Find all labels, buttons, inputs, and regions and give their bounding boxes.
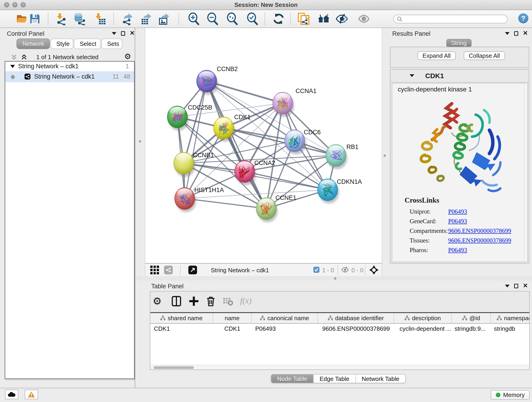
tab-node-table[interactable]: Node Table (271, 375, 314, 383)
table-row[interactable]: CDK1CDK1P064939606.ENSP00000378699cyclin… (150, 324, 529, 334)
column-header-database-identifier[interactable]: database identifier (318, 313, 394, 323)
network-canvas[interactable]: CCNB2CCNA1CDC25BCDK1CDC6RB1CCNB1CCNA2CDK… (145, 28, 382, 263)
export-table-icon[interactable] (140, 12, 152, 25)
crosslink-link[interactable]: 9606.ENSP00000378699 (448, 237, 511, 244)
hidden-eye-icon (341, 267, 349, 274)
crosslink-link[interactable]: 9606.ENSP00000378699 (448, 227, 511, 235)
table-cell[interactable]: 9606.ENSP00000378699 (318, 324, 394, 334)
table-cell[interactable]: cyclin-dependent ... (394, 324, 452, 334)
export-image-icon[interactable] (158, 12, 171, 25)
close-panel-icon[interactable]: ✕ (130, 31, 135, 35)
warning-button[interactable] (25, 390, 38, 399)
zoom-fit-icon[interactable] (226, 12, 239, 25)
crosslink-link[interactable]: P06493 (448, 247, 467, 254)
float-panel-icon[interactable] (514, 284, 518, 288)
delete-table-icon[interactable] (222, 295, 234, 307)
grid-view-icon[interactable] (150, 266, 159, 276)
help-button[interactable]: ? (518, 13, 528, 23)
network-collection-row[interactable]: String Network – cdk1 1 (5, 62, 134, 71)
tab-network-table[interactable]: Network Table (356, 375, 405, 383)
panel-menu-icon[interactable] (112, 32, 116, 35)
open-file-icon[interactable] (16, 12, 28, 25)
fit-selected-icon[interactable] (369, 265, 379, 276)
memory-button[interactable]: Memory (491, 390, 530, 400)
warning-icon (28, 391, 35, 398)
birds-eye-icon[interactable] (164, 266, 173, 274)
crosslink-link[interactable]: P06493 (448, 208, 467, 215)
zoom-in-icon[interactable] (187, 12, 200, 25)
titlebar: Session: New Session (0, 0, 532, 10)
column-header-name[interactable]: name (213, 313, 252, 323)
function-builder-icon[interactable]: f(x) (240, 295, 256, 307)
open-in-new-window-icon[interactable] (188, 266, 197, 274)
close-panel-icon[interactable]: ✕ (523, 283, 528, 288)
column-header--id[interactable]: @id (452, 313, 491, 323)
show-columns-icon[interactable] (171, 295, 182, 307)
network-row-selected[interactable]: String Network – cdk1 11 48 (5, 71, 134, 82)
tab-edge-table[interactable]: Edge Table (314, 375, 356, 383)
table-cell[interactable]: P06493 (252, 324, 318, 334)
tree-expand-icon[interactable] (10, 65, 15, 68)
column-header-canonical-name[interactable]: canonical name (252, 313, 318, 323)
crosslink-row: GeneCard:P06493 (410, 218, 437, 225)
gear-icon[interactable]: ⚙ (124, 52, 131, 61)
tab-style[interactable]: Style (51, 38, 73, 49)
right-splitter[interactable] (382, 28, 387, 276)
import-table-icon[interactable] (94, 12, 106, 25)
float-panel-icon[interactable] (121, 31, 125, 36)
nodes-selected-checkbox[interactable] (313, 267, 319, 273)
float-panel-icon[interactable] (514, 31, 518, 36)
tab-sets[interactable]: Sets (101, 38, 122, 49)
close-panel-icon[interactable]: ✕ (523, 31, 528, 35)
network-tree: String Network – cdk1 1 String Network –… (5, 61, 135, 379)
expand-all-button[interactable]: Expand All (418, 51, 456, 60)
network-view-toolbar: String Network – cdk1 1 - 0 0 - 0 (145, 263, 382, 276)
gene-section-header[interactable]: CDK1 (390, 70, 529, 83)
zoom-selected-icon[interactable] (246, 12, 259, 25)
add-column-icon[interactable] (188, 295, 200, 307)
table-cell[interactable]: stringdb (491, 324, 529, 334)
results-scrollbar[interactable] (524, 83, 527, 262)
table-horizontal-scrollbar[interactable] (150, 365, 529, 370)
crosslink-link[interactable]: P06493 (448, 218, 467, 225)
show-eye-icon-disabled[interactable] (357, 12, 370, 25)
svg-text:HIST1H1A: HIST1H1A (194, 186, 224, 193)
network-selection-summary: 1 of 1 Network selected (0, 54, 135, 61)
cloud-status-button[interactable] (5, 390, 18, 399)
export-network-icon[interactable] (121, 12, 134, 25)
import-network-icon[interactable] (55, 12, 68, 25)
import-network-from-database-icon[interactable] (73, 12, 86, 25)
save-session-icon[interactable] (28, 12, 41, 25)
svg-text:CCNB1: CCNB1 (193, 152, 214, 159)
column-header-namespace[interactable]: namespace (491, 313, 529, 323)
panel-menu-icon[interactable] (505, 32, 510, 35)
delete-column-icon[interactable] (205, 295, 217, 307)
tab-select[interactable]: Select (74, 38, 101, 49)
column-header-description[interactable]: description (394, 313, 452, 323)
panel-menu-icon[interactable] (505, 285, 510, 287)
column-header-shared-name[interactable]: shared name (150, 313, 213, 323)
network-status-dot (11, 75, 15, 79)
string-network-icon (25, 74, 31, 80)
table-cell[interactable]: CDK1 (213, 324, 252, 334)
zoom-out-icon[interactable] (206, 12, 219, 25)
svg-text:CCNE1: CCNE1 (275, 194, 297, 201)
search-input[interactable] (393, 15, 508, 23)
table-cell[interactable]: CDK1 (150, 324, 213, 334)
crosslink-row: Pharos:P06493 (410, 247, 428, 254)
collapse-section-icon[interactable] (410, 74, 414, 77)
column-type-icon (462, 316, 467, 321)
protein-structure-image (411, 98, 511, 199)
hide-eye-icon[interactable] (336, 12, 348, 25)
tab-network[interactable]: Network (17, 38, 50, 49)
refresh-icon[interactable] (272, 12, 285, 25)
control-panel-tabs: Network Style Select Sets (17, 38, 123, 49)
collapse-all-button[interactable]: Collapse All (464, 51, 505, 60)
results-panel-title: Results Panel (392, 30, 431, 37)
table-cell[interactable]: stringdb:9... (452, 324, 491, 334)
table-settings-gear-icon[interactable]: ⚙ (151, 295, 163, 307)
horizontal-splitter[interactable] (136, 276, 532, 281)
home-networks-icon[interactable] (317, 12, 330, 25)
tab-string[interactable]: String (446, 39, 472, 47)
copy-document-icon[interactable] (297, 12, 310, 25)
